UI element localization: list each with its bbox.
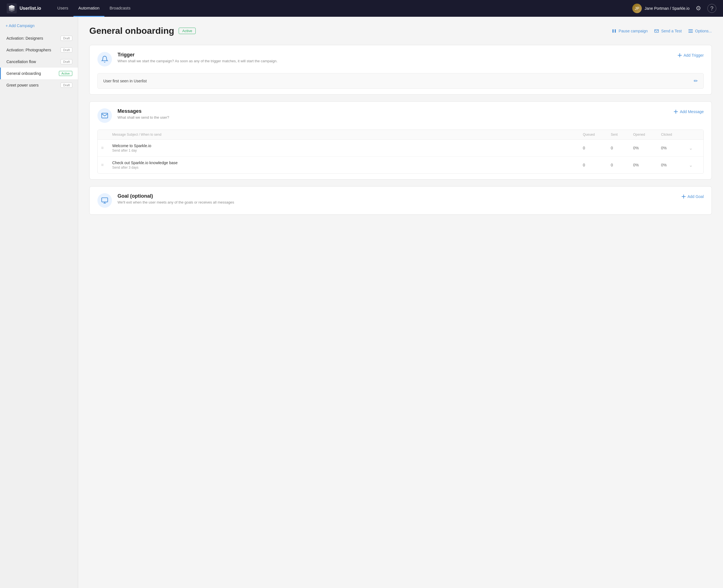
sidebar-item-badge: Draft [61, 59, 72, 64]
page-header: General onboarding Active Pause campaign [89, 26, 712, 36]
messages-title: Messages [118, 108, 169, 114]
sidebar-item-general-onboarding[interactable]: General onboarding Active [0, 67, 78, 79]
sidebar-item-cancellation-flow[interactable]: Cancellation flow Draft [0, 56, 78, 67]
message-when: Send after 3 days [112, 166, 583, 169]
sidebar-item-label: Activation: Designers [6, 36, 43, 41]
sidebar-item-activation-photographers[interactable]: Activation: Photographers Draft [0, 44, 78, 56]
goal-section-header: Goal (optional) We'll exit when the user… [90, 187, 711, 214]
sidebar: + Add Campaign Activation: Designers Dra… [0, 17, 78, 588]
message-opened: 0% [633, 146, 661, 150]
messages-icon [98, 108, 112, 123]
page-actions: Pause campaign Send a Test Options. [612, 29, 712, 33]
svg-rect-5 [688, 31, 693, 31]
drag-handle-icon[interactable]: ≡ [101, 163, 112, 168]
trigger-text-area: Trigger When shall we start the campaign… [118, 52, 277, 63]
send-test-button[interactable]: Send a Test [654, 29, 682, 33]
table-row[interactable]: ≡ Welcome to Sparkle.io Send after 1 day… [98, 140, 703, 156]
logo-text: Userlist.io [20, 6, 41, 11]
message-when: Send after 1 day [112, 149, 583, 152]
col-subject: Message Subject / When to send [112, 133, 583, 136]
pause-campaign-button[interactable]: Pause campaign [612, 29, 647, 33]
messages-description: What shall we send to the user? [118, 115, 169, 120]
message-opened: 0% [633, 163, 661, 167]
svg-rect-2 [615, 29, 616, 33]
messages-section: Messages What shall we send to the user?… [89, 101, 712, 180]
avatar: JP [632, 4, 642, 13]
messages-section-header: Messages What shall we send to the user?… [90, 102, 711, 129]
sidebar-item-label: Cancellation flow [6, 60, 36, 64]
sidebar-item-badge: Draft [61, 83, 72, 88]
message-subject: Check out Sparkle.io knowledge base [112, 161, 583, 165]
expand-row-button[interactable]: ⌄ [689, 145, 700, 151]
message-info: Welcome to Sparkle.io Send after 1 day [112, 144, 583, 152]
table-row[interactable]: ≡ Check out Sparkle.io knowledge base Se… [98, 156, 703, 173]
page-title: General onboarding [89, 26, 174, 36]
email-icon [654, 29, 659, 33]
svg-rect-3 [655, 29, 659, 33]
trigger-detail: User first seen in Userlist ✏ [98, 73, 704, 89]
svg-rect-6 [688, 32, 693, 33]
expand-row-button[interactable]: ⌄ [689, 163, 700, 168]
logo[interactable]: Userlist.io [7, 3, 41, 14]
col-opened: Opened [633, 133, 661, 136]
trigger-title: Trigger [118, 52, 277, 58]
message-clicked: 0% [661, 146, 689, 150]
help-icon[interactable]: ? [707, 4, 716, 13]
logo-icon [7, 3, 17, 14]
trigger-description: When shall we start the campaign? As soo… [118, 59, 277, 63]
col-queued: Queued [583, 133, 611, 136]
sidebar-item-badge: Draft [61, 36, 72, 41]
goal-text-area: Goal (optional) We'll exit when the user… [118, 193, 234, 204]
message-queued: 0 [583, 163, 611, 167]
col-drag [101, 133, 112, 136]
sidebar-item-badge-active: Active [59, 71, 72, 76]
user-name: Jane Portman / Sparkle.io [644, 6, 689, 10]
message-info: Check out Sparkle.io knowledge base Send… [112, 161, 583, 169]
main-nav: Users Automation Broadcasts [52, 0, 632, 17]
pause-icon [612, 29, 616, 33]
col-clicked: Clicked [661, 133, 689, 136]
col-expand [689, 133, 700, 136]
svg-rect-8 [102, 198, 108, 202]
goal-header-left: Goal (optional) We'll exit when the user… [98, 193, 234, 208]
drag-handle-icon[interactable]: ≡ [101, 145, 112, 150]
options-button[interactable]: Options... [688, 29, 712, 33]
add-trigger-button[interactable]: Add Trigger [678, 53, 704, 58]
plus-icon [678, 53, 682, 58]
app-body: + Add Campaign Activation: Designers Dra… [0, 17, 723, 588]
trigger-edit-button[interactable]: ✏ [694, 78, 698, 84]
col-sent: Sent [611, 133, 633, 136]
plus-icon [674, 109, 678, 114]
app-header: Userlist.io Users Automation Broadcasts … [0, 0, 723, 17]
sidebar-item-label: General onboarding [6, 71, 41, 76]
nav-automation[interactable]: Automation [73, 0, 105, 17]
nav-broadcasts[interactable]: Broadcasts [104, 0, 135, 17]
user-info[interactable]: JP Jane Portman / Sparkle.io [632, 4, 689, 13]
add-message-button[interactable]: Add Message [674, 109, 704, 114]
goal-icon [98, 193, 112, 208]
sidebar-item-label: Activation: Photographers [6, 48, 51, 52]
status-badge: Active [179, 28, 196, 34]
messages-text-area: Messages What shall we send to the user? [118, 108, 169, 120]
message-subject: Welcome to Sparkle.io [112, 144, 583, 148]
message-sent: 0 [611, 146, 633, 150]
message-queued: 0 [583, 146, 611, 150]
add-campaign-button[interactable]: + Add Campaign [0, 23, 78, 33]
trigger-header-left: Trigger When shall we start the campaign… [98, 52, 277, 66]
goal-title: Goal (optional) [118, 193, 234, 199]
messages-header-left: Messages What shall we send to the user? [98, 108, 169, 123]
header-right: JP Jane Portman / Sparkle.io ⚙ ? [632, 4, 716, 13]
trigger-icon [98, 52, 112, 66]
nav-users[interactable]: Users [52, 0, 73, 17]
add-goal-button[interactable]: Add Goal [681, 194, 704, 199]
message-clicked: 0% [661, 163, 689, 167]
plus-icon [681, 194, 686, 199]
sidebar-item-badge: Draft [61, 47, 72, 52]
sidebar-item-activation-designers[interactable]: Activation: Designers Draft [0, 33, 78, 44]
settings-icon[interactable]: ⚙ [694, 4, 703, 13]
goal-description: We'll exit when the user meets any of th… [118, 200, 234, 204]
page-title-area: General onboarding Active [89, 26, 196, 36]
trigger-section: Trigger When shall we start the campaign… [89, 45, 712, 94]
svg-rect-4 [688, 29, 693, 30]
sidebar-item-greet-power-users[interactable]: Greet power users Draft [0, 79, 78, 91]
